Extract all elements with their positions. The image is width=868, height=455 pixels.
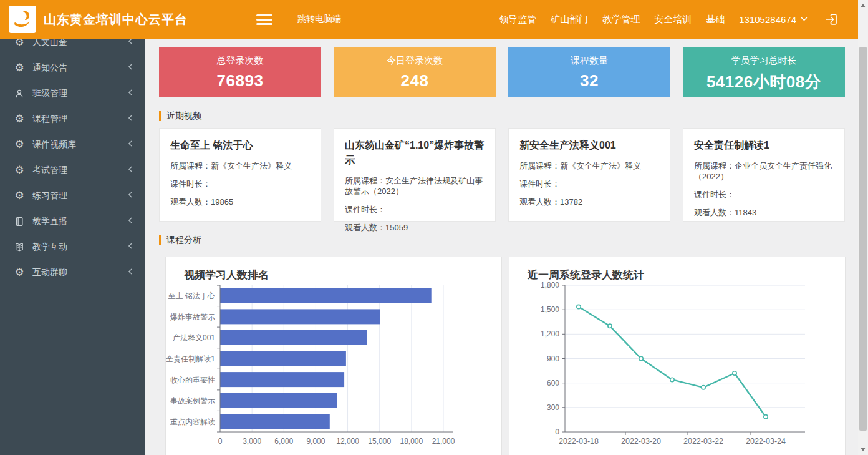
sidebar-item-5[interactable]: ⚙课件视频库 xyxy=(0,132,145,157)
bar-7 xyxy=(220,414,330,429)
svg-text:爆炸事故警示: 爆炸事故警示 xyxy=(170,313,215,321)
svg-text:收心的重要性: 收心的重要性 xyxy=(170,376,215,384)
video-card-2[interactable]: 山东笏山金矿“1.10”爆炸事故警示所属课程：安全生产法律法规及矿山事故警示（2… xyxy=(334,128,496,222)
sidebar-item-label: 互动群聊 xyxy=(32,267,67,278)
top-nav-item-2[interactable]: 矿山部门 xyxy=(551,14,588,26)
top-nav-item-1[interactable]: 领导监管 xyxy=(499,14,536,26)
sidebar-item-1[interactable]: ⚙人文山金 xyxy=(0,39,145,55)
sidebar-item-9[interactable]: 教学互动 xyxy=(0,234,145,260)
stat-label: 学员学习总时长 xyxy=(683,55,845,67)
scroll-up-icon[interactable] xyxy=(861,4,866,7)
jump-to-pc-link[interactable]: 跳转电脑端 xyxy=(297,14,341,25)
video-duration: 课件时长： xyxy=(519,179,659,189)
stats-row: 总登录次数76893今日登录次数248课程数量32学员学习总时长54126小时0… xyxy=(159,47,858,97)
page-title: 山东黄金培训中心云平台 xyxy=(44,11,188,28)
svg-text:2022-03-22: 2022-03-22 xyxy=(683,437,723,446)
sidebar-item-4[interactable]: ⚙课程管理 xyxy=(0,106,145,132)
sidebar-item-7[interactable]: ⚙练习管理 xyxy=(0,183,145,208)
sidebar-item-label: 通知公告 xyxy=(32,62,67,74)
svg-text:300: 300 xyxy=(547,403,559,412)
top-nav-item-5[interactable]: 基础 xyxy=(706,14,725,26)
section-label: 课程分析 xyxy=(166,235,201,246)
chevron-left-icon xyxy=(126,39,135,47)
svg-text:600: 600 xyxy=(547,379,559,388)
stat-label: 课程数量 xyxy=(508,55,670,67)
sidebar-item-label: 课程管理 xyxy=(32,114,67,125)
sidebar-item-2[interactable]: ⚙通知公告 xyxy=(0,55,145,81)
data-point-3 xyxy=(639,356,643,360)
chevron-left-icon xyxy=(126,190,135,201)
data-point-5 xyxy=(702,386,705,389)
data-point-4 xyxy=(670,378,674,381)
svg-text:2022-03-20: 2022-03-20 xyxy=(621,437,661,446)
gear-icon: ⚙ xyxy=(12,113,26,125)
video-viewers: 观看人数：15059 xyxy=(345,222,485,233)
svg-text:900: 900 xyxy=(547,355,559,363)
gear-icon: ⚙ xyxy=(12,139,26,151)
video-card-4[interactable]: 安全责任制解读1所属课程：企业全员安全生产责任强化（2022）课件时长：观看人数… xyxy=(683,128,845,222)
logout-button[interactable] xyxy=(825,12,839,26)
video-card-1[interactable]: 生命至上 铭法于心所属课程：新《安全生产法》释义课件时长：观看人数：19865 xyxy=(159,128,321,222)
data-point-7 xyxy=(764,415,768,419)
svg-text:1,200: 1,200 xyxy=(541,330,559,338)
video-duration: 课件时长： xyxy=(694,189,834,200)
bar-2 xyxy=(220,309,380,324)
video-course: 所属课程：安全生产法律法规及矿山事故警示（2022） xyxy=(345,175,485,197)
charts-row: 视频学习人数排名 至上 铭法于心爆炸事故警示产法释义001全责任制解读1收心的重… xyxy=(165,257,858,455)
line-series xyxy=(579,307,766,417)
page-scrollbar[interactable] xyxy=(858,0,868,455)
main-content: 总登录次数76893今日登录次数248课程数量32学员学习总时长54126小时0… xyxy=(145,39,858,455)
video-grid: 生命至上 铭法于心所属课程：新《安全生产法》释义课件时长：观看人数：19865山… xyxy=(159,128,858,222)
svg-text:9,000: 9,000 xyxy=(306,437,325,446)
gear-icon: ⚙ xyxy=(12,62,26,74)
stat-value: 248 xyxy=(334,71,496,91)
video-viewers: 观看人数：11843 xyxy=(694,207,834,218)
user-icon xyxy=(12,87,26,100)
top-nav-item-3[interactable]: 教学管理 xyxy=(602,14,640,26)
chevron-left-icon xyxy=(126,88,135,99)
sidebar-item-8[interactable]: 教学直播 xyxy=(0,208,145,234)
sidebar-item-label: 课件视频库 xyxy=(32,139,76,150)
svg-text:21,000: 21,000 xyxy=(432,437,455,446)
stat-value: 32 xyxy=(508,71,670,91)
bar-1 xyxy=(220,288,432,303)
video-viewers: 观看人数：13782 xyxy=(519,197,659,207)
gear-icon: ⚙ xyxy=(12,39,26,49)
book-icon xyxy=(12,241,26,253)
svg-text:事故案例警示: 事故案例警示 xyxy=(170,396,215,405)
top-nav-item-4[interactable]: 安全培训 xyxy=(654,14,692,26)
bar-3 xyxy=(220,330,367,345)
video-title: 山东笏山金矿“1.10”爆炸事故警示 xyxy=(345,138,485,168)
stat-label: 总登录次数 xyxy=(159,55,321,67)
svg-text:15,000: 15,000 xyxy=(368,437,391,446)
video-course: 所属课程：新《安全生产法》释义 xyxy=(519,160,659,171)
video-card-3[interactable]: 新安全生产法释义001所属课程：新《安全生产法》释义课件时长：观看人数：1378… xyxy=(508,128,670,222)
svg-text:0: 0 xyxy=(218,437,223,446)
video-title: 安全责任制解读1 xyxy=(694,138,834,153)
data-point-6 xyxy=(733,371,736,375)
chevron-left-icon xyxy=(126,165,135,175)
scrollbar-thumb[interactable] xyxy=(859,47,867,431)
stat-card-3: 课程数量32 xyxy=(508,47,670,97)
svg-text:产法释义001: 产法释义001 xyxy=(173,333,215,342)
sidebar-item-label: 班级管理 xyxy=(32,88,67,99)
section-recent-videos: 近期视频 xyxy=(159,110,858,122)
svg-text:2022-03-24: 2022-03-24 xyxy=(746,437,786,446)
scroll-down-icon[interactable] xyxy=(861,448,866,451)
hamburger-icon[interactable] xyxy=(256,12,272,27)
chevron-left-icon xyxy=(126,267,135,278)
bar-chart-panel: 视频学习人数排名 至上 铭法于心爆炸事故警示产法释义001全责任制解读1收心的重… xyxy=(165,257,502,455)
svg-text:12,000: 12,000 xyxy=(336,437,359,446)
chevron-left-icon xyxy=(126,114,135,124)
user-phone-menu[interactable]: 13105284674 xyxy=(739,14,808,25)
sidebar-item-6[interactable]: ⚙考试管理 xyxy=(0,157,145,183)
sidebar-item-10[interactable]: ⚙互动群聊 xyxy=(0,260,145,285)
svg-text:2022-03-18: 2022-03-18 xyxy=(559,437,599,446)
svg-text:1,500: 1,500 xyxy=(541,305,559,314)
svg-text:重点内容解读: 重点内容解读 xyxy=(170,418,215,426)
bar-chart: 至上 铭法于心爆炸事故警示产法释义001全责任制解读1收心的重要性事故案例警示重… xyxy=(166,282,501,455)
chevron-left-icon xyxy=(126,62,135,73)
video-duration: 课件时长： xyxy=(170,179,310,189)
sidebar-item-3[interactable]: 班级管理 xyxy=(0,81,145,106)
top-nav: 领导监管矿山部门教学管理安全培训基础 xyxy=(499,14,739,26)
